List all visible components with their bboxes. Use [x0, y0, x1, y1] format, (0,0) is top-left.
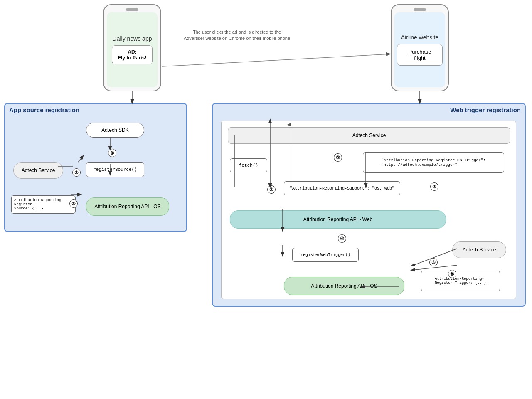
left-phone-screen: Daily news app AD:Fly to Paris!: [107, 12, 158, 87]
adtech-sdk-box: Adtech SDK: [86, 123, 144, 138]
ad-text: AD:Fly to Paris!: [118, 49, 147, 61]
api-os-right-label: Attribution Reporting API - OS: [311, 283, 377, 289]
api-web-box: Attribution Reporting API - Web: [230, 210, 446, 229]
right-phone-action: Purchase flight: [397, 44, 443, 66]
web-trigger-reg-title: Web trigger registration: [450, 106, 521, 113]
step-2-right: ②: [334, 153, 342, 162]
support-header-label: "Attribution-Reporting-Support": "os, we…: [290, 186, 394, 191]
right-phone: Airline website Purchase flight: [391, 4, 449, 91]
os-trigger-header-label: "Attribution-Reporting-Register-OS-Trigg…: [382, 158, 486, 167]
adtech-sdk-label: Adtech SDK: [101, 127, 128, 133]
left-phone-ad: AD:Fly to Paris!: [112, 45, 153, 64]
register-source-box: registerSource(): [86, 162, 144, 177]
adtech-service-right-box: Adtech Service: [452, 241, 506, 258]
web-trigger-inner-panel: Adtech Service fetch() "Attribution-Repo…: [221, 121, 516, 299]
code-block-left-box: Attribution-Reporting-Register-Source: {…: [11, 195, 76, 214]
api-web-label: Attribution Reporting API - Web: [303, 217, 373, 222]
code-block-right-box: Attribution-Reporting-Register-Trigger: …: [421, 271, 500, 291]
svg-line-0: [162, 54, 390, 66]
diagram-container: Daily news app AD:Fly to Paris! Airline …: [0, 0, 532, 399]
step-3-right: ③: [430, 182, 438, 191]
register-source-label: registerSource(): [93, 167, 137, 172]
left-phone-title: Daily news app: [113, 35, 152, 42]
api-os-right-box: Attribution Reporting API - OS: [284, 277, 404, 295]
step-3-left: ③: [69, 200, 78, 208]
step-1-right: ①: [267, 185, 276, 194]
purchase-text: Purchase flight: [409, 49, 431, 61]
fetch-label: fetch(): [239, 163, 258, 168]
left-phone: Daily news app AD:Fly to Paris!: [103, 4, 161, 91]
arrow-annotation: The user clicks the ad and is directed t…: [183, 29, 291, 42]
step-1-left: ①: [108, 149, 116, 157]
phone-notch-left: [126, 8, 138, 11]
phone-notch-right: [414, 8, 426, 11]
api-os-left-label: Attribution Reporting API - OS: [94, 204, 160, 209]
register-web-trigger-label: registerWebTrigger(): [300, 253, 350, 257]
fetch-box: fetch(): [230, 158, 267, 172]
support-header-box: "Attribution-Reporting-Support": "os, we…: [284, 181, 400, 195]
step-4-right: ④: [338, 234, 346, 243]
app-source-reg-title: App source registration: [9, 106, 79, 113]
register-web-trigger-box: registerWebTrigger(): [292, 248, 359, 262]
api-os-left-box: Attribution Reporting API - OS: [86, 197, 169, 216]
step-5-right: ⑤: [429, 258, 438, 266]
step-6-right: ⑥: [448, 270, 456, 278]
web-trigger-reg-box: Web trigger registration Adtech Service …: [212, 103, 526, 307]
annotation-text-content: The user clicks the ad and is directed t…: [184, 30, 290, 41]
adtech-service-top-label: Adtech Service: [352, 133, 386, 138]
step-2-left: ②: [72, 168, 81, 177]
right-phone-screen: Airline website Purchase flight: [394, 12, 445, 87]
adtech-service-top-box: Adtech Service: [228, 127, 510, 144]
adtech-service-left-label: Adtech Service: [22, 167, 55, 173]
code-block-right-label: Attribution-Reporting-Register-Trigger: …: [435, 277, 486, 285]
app-source-reg-box: App source registration Adtech SDK Adtec…: [4, 103, 187, 232]
adtech-service-left-box: Adtech Service: [13, 162, 63, 179]
os-trigger-header-box: "Attribution-Reporting-Register-OS-Trigg…: [363, 152, 504, 173]
right-phone-title: Airline website: [401, 34, 438, 41]
adtech-service-right-label: Adtech Service: [463, 247, 496, 253]
code-block-left-label: Attribution-Reporting-Register-Source: {…: [14, 198, 73, 211]
